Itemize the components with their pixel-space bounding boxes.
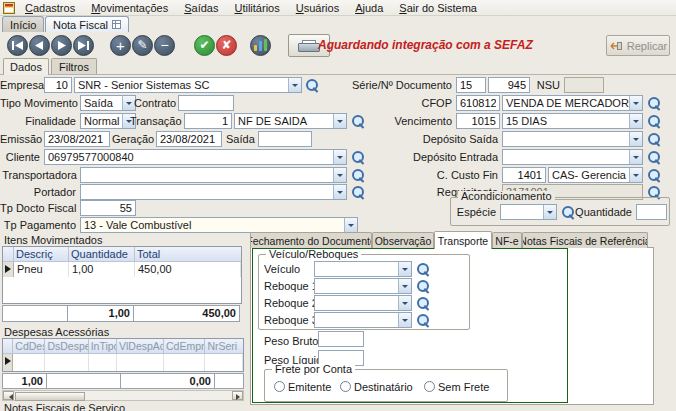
delete-record-button[interactable]: − <box>154 35 175 56</box>
add-record-button[interactable]: + <box>110 35 131 56</box>
vencimento-combo[interactable]: 15 DIAS <box>502 113 643 129</box>
geracao-field[interactable] <box>156 131 222 147</box>
menu-cadastros[interactable]: Cadastros <box>17 1 83 15</box>
chevron-down-icon[interactable] <box>629 132 642 146</box>
confirm-button[interactable]: ✔ <box>194 35 215 56</box>
tab-transporte[interactable]: Transporte <box>434 231 492 249</box>
empresa-search-icon[interactable] <box>304 77 319 93</box>
menu-usuarios[interactable]: Usuários <box>288 1 347 15</box>
tab-filtros[interactable]: Filtros <box>51 58 97 74</box>
especie-combo[interactable] <box>500 204 557 220</box>
despesas-row[interactable] <box>3 354 243 372</box>
next-record-button[interactable] <box>51 35 72 56</box>
finalidade-combo[interactable]: Normal <box>80 113 136 129</box>
chevron-down-icon[interactable] <box>288 78 301 92</box>
chevron-down-icon[interactable] <box>629 150 642 164</box>
cfop-search-icon[interactable] <box>646 95 661 111</box>
despesas-col-intipo[interactable]: InTipo <box>89 339 117 354</box>
contrato-field[interactable] <box>178 95 234 111</box>
reboque2-search-icon[interactable] <box>415 295 430 311</box>
itens-row[interactable]: Pneu 1,00 450,00 <box>3 262 241 277</box>
chevron-down-icon[interactable] <box>398 262 411 276</box>
deposito-saida-search-icon[interactable] <box>646 131 661 147</box>
scroll-left-arrow-icon[interactable] <box>3 391 14 400</box>
portador-search-icon[interactable] <box>350 184 365 200</box>
empresa-code-field[interactable] <box>44 77 72 93</box>
tab-inicio[interactable]: Início <box>2 16 44 32</box>
emissao-field[interactable] <box>44 131 110 147</box>
itens-col-total[interactable]: Total <box>135 247 241 262</box>
reboque2-combo[interactable] <box>314 295 412 311</box>
veiculo-search-icon[interactable] <box>415 261 430 277</box>
numero-documento-field[interactable] <box>488 77 530 93</box>
c-custo-code-field[interactable] <box>502 167 546 183</box>
despesas-col-cdempresa[interactable]: CdEmpresa <box>164 339 205 354</box>
menu-movimentacoes[interactable]: Movimentações <box>83 1 176 15</box>
reboque1-combo[interactable] <box>314 278 412 294</box>
radio-destinatario[interactable] <box>340 381 351 392</box>
menu-sair-do-sistema[interactable]: Sair do Sistema <box>391 1 485 15</box>
reboque3-combo[interactable] <box>314 312 412 328</box>
itens-col-quantidade[interactable]: Quantidade <box>69 247 135 262</box>
vencimento-search-icon[interactable] <box>646 113 661 129</box>
cliente-search-icon[interactable] <box>350 149 365 165</box>
tp-pagamento-combo[interactable]: 13 - Vale Combustível <box>80 217 358 233</box>
scrollbar-thumb[interactable] <box>15 392 85 401</box>
chevron-down-icon[interactable] <box>333 150 346 164</box>
reboque3-search-icon[interactable] <box>415 312 430 328</box>
despesas-col-cddesp[interactable]: CdDesp <box>13 339 45 354</box>
cancel-button[interactable]: ✘ <box>216 35 237 56</box>
tab-nfe[interactable]: NF-e <box>492 232 522 248</box>
tab-notas-fiscais-referencia[interactable]: Notas Fiscais de Referência <box>522 232 648 248</box>
replicar-button[interactable]: Replicar <box>606 35 670 56</box>
chevron-down-icon[interactable] <box>333 185 346 199</box>
cfop-code-field[interactable] <box>456 95 500 111</box>
first-record-button[interactable] <box>7 35 28 56</box>
chevron-down-icon[interactable] <box>398 296 411 310</box>
last-record-button[interactable] <box>73 35 94 56</box>
chart-button[interactable] <box>250 35 271 56</box>
tab-observacao[interactable]: Observação <box>372 232 434 248</box>
transportadora-combo[interactable] <box>80 167 347 183</box>
chevron-down-icon[interactable] <box>398 279 411 293</box>
deposito-entrada-search-icon[interactable] <box>646 149 661 165</box>
quantidade-field[interactable] <box>636 204 667 220</box>
nota-fiscal-tab-grid-icon[interactable] <box>112 19 121 31</box>
transacao-combo[interactable]: NF DE SAIDA <box>234 113 347 129</box>
despesas-col-nrseri[interactable]: NrSeri <box>205 339 243 354</box>
chevron-down-icon[interactable] <box>543 205 556 219</box>
peso-bruto-field[interactable] <box>318 331 364 347</box>
tab-fechamento-do-documento[interactable]: Fechamento do Documento <box>250 232 372 248</box>
empresa-combo[interactable]: SNR - Senior Sistemas SC <box>74 77 302 93</box>
menu-utilitarios[interactable]: Utilitários <box>226 1 287 15</box>
chevron-down-icon[interactable] <box>398 313 411 327</box>
despesas-col-dsdespesa[interactable]: DsDespesa <box>45 339 88 354</box>
veiculo-combo[interactable] <box>314 261 412 277</box>
itens-grid[interactable]: Descriç Quantidade Total Pneu 1,00 450,0… <box>2 246 242 304</box>
radio-emitente[interactable] <box>274 381 285 392</box>
edit-record-button[interactable]: ✎ <box>132 35 153 56</box>
chevron-down-icon[interactable] <box>629 114 642 128</box>
transacao-code-field[interactable] <box>184 113 232 129</box>
cfop-combo[interactable]: VENDA DE MERCADORIA ADQUIRIDA/ <box>502 95 643 111</box>
despesas-grid[interactable]: CdDesp DsDespesa InTipo VlDespAces CdEmp… <box>2 338 244 372</box>
tab-dados[interactable]: Dados <box>3 58 49 75</box>
chevron-down-icon[interactable] <box>629 168 642 182</box>
chevron-down-icon[interactable] <box>333 168 346 182</box>
tab-nota-fiscal[interactable]: Nota Fiscal <box>45 16 129 32</box>
chevron-down-icon[interactable] <box>333 114 346 128</box>
tipo-movimento-combo[interactable]: Saída <box>80 95 136 111</box>
c-custo-combo[interactable]: CAS- Gerencia <box>548 167 643 183</box>
radio-sem-frete[interactable] <box>424 381 435 392</box>
deposito-entrada-combo[interactable] <box>502 149 643 165</box>
menu-saidas[interactable]: Saídas <box>176 1 226 15</box>
cliente-combo[interactable]: 06979577000840 <box>44 149 347 165</box>
chevron-down-icon[interactable] <box>344 218 357 232</box>
despesas-horizontal-scrollbar[interactable] <box>2 390 244 401</box>
saida-field[interactable] <box>258 131 312 147</box>
chevron-down-icon[interactable] <box>629 96 642 110</box>
vencimento-code-field[interactable] <box>456 113 500 129</box>
previous-record-button[interactable] <box>29 35 50 56</box>
reboque1-search-icon[interactable] <box>415 278 430 294</box>
menu-ajuda[interactable]: Ajuda <box>347 1 391 15</box>
